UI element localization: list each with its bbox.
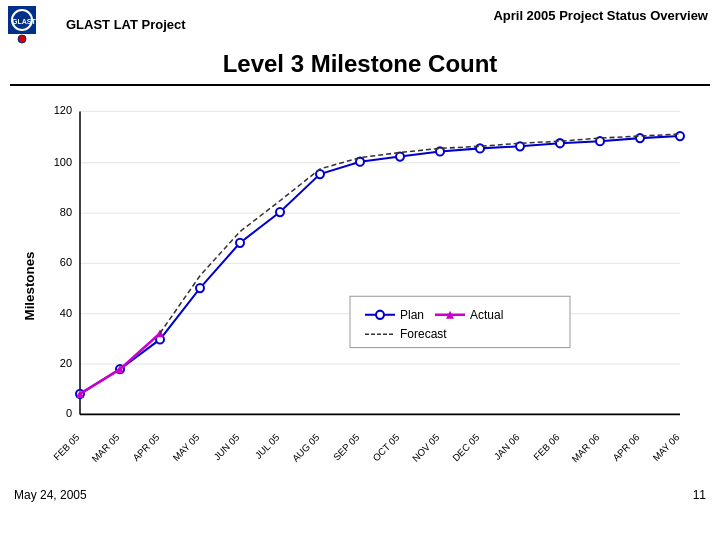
svg-text:80: 80: [60, 206, 72, 218]
footer-date: May 24, 2005: [14, 488, 87, 502]
svg-text:JUL 05: JUL 05: [253, 432, 282, 461]
chart-container: Milestones 0 20 40 60 80 100 120 FEB 05 …: [20, 96, 700, 476]
plan-marker: [276, 208, 284, 216]
plan-marker: [196, 284, 204, 292]
svg-text:FEB 06: FEB 06: [531, 432, 561, 463]
plan-legend-marker: [376, 311, 384, 319]
svg-text:APR 06: APR 06: [611, 432, 642, 464]
chart-svg: Milestones 0 20 40 60 80 100 120 FEB 05 …: [20, 96, 700, 476]
svg-text:20: 20: [60, 357, 72, 369]
forecast-legend-label: Forecast: [400, 327, 447, 341]
svg-text:GLAST: GLAST: [12, 18, 36, 25]
svg-text:60: 60: [60, 256, 72, 268]
logo-area: GLAST GLAST LAT Project: [8, 6, 186, 44]
plan-legend-label: Plan: [400, 308, 424, 322]
svg-text:DEC 05: DEC 05: [450, 432, 481, 464]
svg-text:100: 100: [54, 156, 72, 168]
svg-text:0: 0: [66, 407, 72, 419]
plan-marker: [396, 152, 404, 160]
svg-text:JUN 05: JUN 05: [211, 432, 241, 463]
svg-text:JAN 06: JAN 06: [492, 432, 522, 462]
glast-logo: GLAST: [8, 6, 60, 44]
footer: May 24, 2005 11: [0, 484, 720, 506]
main-title: Level 3 Milestone Count: [0, 46, 720, 84]
footer-page: 11: [693, 488, 706, 502]
plan-marker: [676, 132, 684, 140]
divider: [10, 84, 710, 86]
plan-marker: [236, 239, 244, 247]
svg-text:MAY 06: MAY 06: [650, 432, 681, 464]
svg-text:AUG 05: AUG 05: [290, 432, 322, 464]
overview-title: April 2005 Project Status Overview: [493, 6, 708, 23]
svg-text:APR 05: APR 05: [131, 432, 162, 464]
plan-line: [80, 136, 680, 394]
svg-text:NOV 05: NOV 05: [410, 432, 442, 464]
svg-text:Milestones: Milestones: [22, 252, 37, 321]
header: GLAST GLAST LAT Project April 2005 Proje…: [0, 0, 720, 46]
svg-text:120: 120: [54, 104, 72, 116]
svg-text:SEP 05: SEP 05: [331, 432, 361, 463]
svg-text:MAY 05: MAY 05: [170, 432, 201, 464]
svg-text:MAR 06: MAR 06: [570, 432, 602, 465]
svg-text:FEB 05: FEB 05: [51, 432, 81, 463]
svg-text:40: 40: [60, 307, 72, 319]
svg-text:OCT 05: OCT 05: [370, 432, 401, 464]
actual-legend-label: Actual: [470, 308, 503, 322]
svg-text:MAR 05: MAR 05: [90, 432, 122, 465]
legend-box: [350, 296, 570, 347]
project-title: GLAST LAT Project: [66, 17, 186, 33]
actual-line: [80, 333, 160, 394]
